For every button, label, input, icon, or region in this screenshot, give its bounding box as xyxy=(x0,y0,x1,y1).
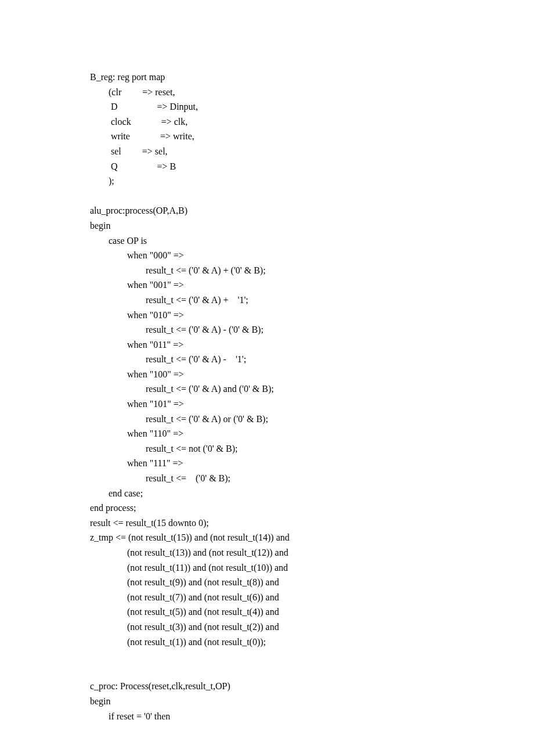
code-line: (not result_t(5)) and (not result_t(4)) … xyxy=(90,604,444,620)
code-line: when "100" => xyxy=(90,367,444,382)
code-line: result_t <= ('0' & A) and ('0' & B); xyxy=(90,381,444,397)
code-line: end case; xyxy=(90,486,444,501)
code-line: end process; xyxy=(90,501,444,516)
code-line: when "101" => xyxy=(90,397,444,412)
code-line: case OP is xyxy=(90,233,444,249)
code-line: result_t <= not ('0' & B); xyxy=(90,441,444,456)
code-line: (not result_t(13)) and (not result_t(12)… xyxy=(90,545,444,560)
code-line xyxy=(90,649,444,664)
code-line: if reset = '0' then xyxy=(90,709,444,724)
code-line xyxy=(90,189,444,204)
code-block: B_reg: reg port map (clr => reset, D => … xyxy=(90,70,444,723)
code-line: begin xyxy=(90,218,444,233)
code-line: clock => clk, xyxy=(90,114,444,129)
code-line: when "001" => xyxy=(90,278,444,293)
code-line: result_t <= ('0' & A) - '1'; xyxy=(90,352,444,367)
code-line: (clr => reset, xyxy=(90,85,444,100)
code-page: B_reg: reg port map (clr => reset, D => … xyxy=(0,0,534,756)
code-line: B_reg: reg port map xyxy=(90,70,444,85)
code-line: result_t <= ('0' & A) + '1'; xyxy=(90,293,444,308)
code-line: when "111" => xyxy=(90,456,444,471)
code-line: (not result_t(3)) and (not result_t(2)) … xyxy=(90,620,444,635)
code-line: result_t <= ('0' & A) + ('0' & B); xyxy=(90,263,444,278)
code-line: alu_proc:process(OP,A,B) xyxy=(90,203,444,218)
code-line: (not result_t(9)) and (not result_t(8)) … xyxy=(90,575,444,590)
code-line: Q => B xyxy=(90,159,444,174)
code-line: c_proc: Process(reset,clk,result_t,OP) xyxy=(90,679,444,694)
code-line: result_t <= ('0' & A) - ('0' & B); xyxy=(90,322,444,337)
code-line: result_t <= ('0' & B); xyxy=(90,471,444,486)
code-line: (not result_t(7)) and (not result_t(6)) … xyxy=(90,590,444,605)
code-line: write => write, xyxy=(90,129,444,144)
code-line: (not result_t(1)) and (not result_t(0)); xyxy=(90,635,444,650)
code-line xyxy=(90,664,444,679)
code-line: begin xyxy=(90,694,444,709)
code-line: ); xyxy=(90,174,444,189)
code-line: when "110" => xyxy=(90,426,444,441)
code-line: z_tmp <= (not result_t(15)) and (not res… xyxy=(90,530,444,545)
code-line: (not result_t(11)) and (not result_t(10)… xyxy=(90,560,444,575)
code-line: sel => sel, xyxy=(90,144,444,159)
code-line: result_t <= ('0' & A) or ('0' & B); xyxy=(90,412,444,427)
code-line: when "011" => xyxy=(90,337,444,352)
code-line: D => Dinput, xyxy=(90,99,444,114)
code-line: when "010" => xyxy=(90,308,444,323)
code-line: when "000" => xyxy=(90,248,444,263)
code-line: result <= result_t(15 downto 0); xyxy=(90,516,444,531)
